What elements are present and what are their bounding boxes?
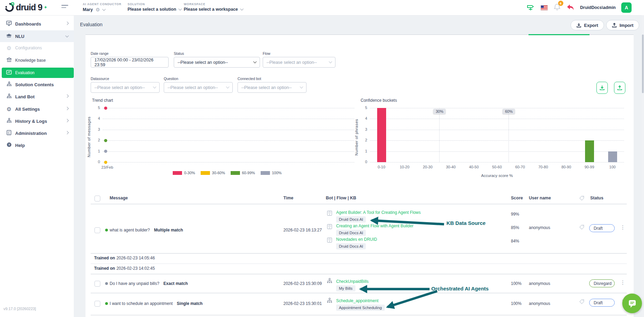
x-tick-label: 90-99 <box>578 165 601 169</box>
workspace-value: Please select a workspace <box>184 7 238 12</box>
buckets-x-axis-label: Accuracy score % <box>370 174 624 178</box>
agent-chip[interactable]: My Bills <box>336 285 355 291</box>
conductor-label: AI AGENT CONDUCTOR <box>83 2 121 6</box>
upload-results-button[interactable] <box>614 82 625 94</box>
upload-icon <box>612 23 617 28</box>
scrollbar-thumb[interactable] <box>642 34 644 93</box>
status-badge[interactable]: Draft <box>589 299 615 307</box>
column-header-score[interactable]: Score <box>511 196 523 200</box>
connected-bot-select[interactable]: --Please select an option-- <box>238 82 306 93</box>
kb-datasource-chip[interactable]: Druid Docs AI <box>336 216 366 222</box>
trend-data-point <box>104 150 107 153</box>
sitemap-icon <box>6 93 12 100</box>
current-user[interactable]: DruidDocs\admin <box>580 5 616 10</box>
druid-logo[interactable]: druid 9 ✦ <box>4 2 47 12</box>
conductor-selector[interactable]: AI AGENT CONDUCTOR Mary ⚙ <box>83 2 121 12</box>
row-menu-icon[interactable]: ⋮ <box>620 280 625 285</box>
kb-article-link[interactable]: Agent Builder: A Tool for Creating Agent… <box>336 210 421 215</box>
chat-widget-button[interactable] <box>622 294 642 313</box>
trend-chart: 543210 <box>103 108 354 162</box>
trend-data-point <box>104 107 107 110</box>
configurations-gear-icon: ⚙ <box>6 45 12 51</box>
column-header-user-name[interactable]: User name <box>529 196 551 200</box>
sidebar-item-solution-contents[interactable]: Solution Contents <box>0 79 74 90</box>
message-cell[interactable]: I want to schedule an appointmentSingle … <box>110 301 202 306</box>
row-checkbox[interactable] <box>94 301 100 307</box>
avatar[interactable]: A <box>621 2 632 13</box>
kb-datasource-chip[interactable]: Druid Docs AI <box>336 230 366 236</box>
message-cell[interactable]: Do I have any unpaid bills?Exact match <box>110 281 188 286</box>
sidebar-item-history-logs[interactable]: History & Logs <box>0 116 74 126</box>
evaluation-icon <box>6 70 12 76</box>
message-cell[interactable]: what is agent builder?Multiple match <box>110 228 183 232</box>
workspace-chevron-icon[interactable] <box>240 7 244 11</box>
download-results-button[interactable] <box>596 82 608 94</box>
solution-selector[interactable]: SOLUTION Please select a solution <box>128 2 181 12</box>
solution-chevron-icon[interactable] <box>179 7 182 11</box>
time-cell: 2026-02-23 15:30:01 <box>283 301 322 306</box>
kb-article-link[interactable]: Novedades en DRUID <box>336 237 377 242</box>
trend-x-tick: 23/Feb <box>101 165 113 169</box>
status-select[interactable]: --Please select an option-- <box>174 57 260 68</box>
chevron-down-icon <box>329 60 332 63</box>
back-arrow-icon[interactable] <box>566 4 575 11</box>
conductor-chevron-icon[interactable] <box>102 8 105 11</box>
flow-link[interactable]: Schedule_appointment <box>336 298 379 303</box>
status-badge[interactable]: Disregard <box>589 279 615 287</box>
column-header-bot-flow-kb[interactable]: Bot | Flow | KB <box>326 196 356 200</box>
y-tick-label: 2 <box>93 138 100 142</box>
sidebar-item-nlu[interactable]: NLU <box>0 30 74 42</box>
signpost-icon[interactable] <box>526 3 535 12</box>
row-menu-icon[interactable]: ⋮ <box>620 225 625 230</box>
kb-article-link[interactable]: Creating an Agent Flow with Agent Builde… <box>336 224 413 228</box>
row-checkbox[interactable] <box>94 281 100 287</box>
status-badge[interactable]: Draft <box>589 224 615 232</box>
chevron-right-icon <box>66 119 69 122</box>
bucket-column: 0-10 <box>370 108 393 162</box>
kb-datasource-chip[interactable]: Druid Docs AI <box>336 243 366 249</box>
match-type: Single match <box>177 301 203 306</box>
sidebar-item-administration[interactable]: Administration <box>0 128 74 138</box>
tag-icon[interactable] <box>579 225 584 230</box>
user-cell: anonymous <box>529 281 550 286</box>
column-header-time[interactable]: Time <box>283 196 293 200</box>
sidebar-item-all-settings[interactable]: ⚙ All Settings <box>0 104 74 114</box>
sidebar-item-help[interactable]: ? Help <box>0 140 74 150</box>
filter-date-range: Date range 17/02/2026 00:00 - 23/02/2026… <box>91 51 169 68</box>
conductor-gear-icon[interactable]: ⚙ <box>95 7 100 12</box>
x-tick-label: 50-60 <box>485 165 509 169</box>
sidebar-item-evaluation[interactable]: Evaluation <box>2 68 74 78</box>
export-button[interactable]: Export <box>571 20 604 30</box>
notifications-button[interactable]: 6 <box>553 3 561 12</box>
bucket-column: 40-50 <box>462 108 485 162</box>
flow-link[interactable]: CheckUnpaidBills <box>336 279 369 284</box>
chat-bubble-icon <box>627 299 637 308</box>
sidebar-item-dashboards[interactable]: Dashboards <box>0 19 74 29</box>
import-button[interactable]: Import <box>606 20 639 30</box>
legend-item: 0-30% <box>173 171 195 175</box>
bucket-column: 20-30 <box>416 108 439 162</box>
trend-chart-title: Trend chart <box>92 98 113 103</box>
question-select[interactable]: --Please select an option-- <box>164 82 233 93</box>
y-tick-label: 1 <box>93 149 100 153</box>
agent-chip[interactable]: Appointment Scheduling <box>336 305 385 311</box>
score-cell: 85% <box>511 225 519 230</box>
menu-toggle-icon[interactable] <box>61 5 68 9</box>
sidebar-item-configurations[interactable]: ⚙ Configurations <box>0 43 74 53</box>
vertical-scrollbar[interactable] <box>642 15 644 317</box>
flow-select[interactable]: --Please select an option-- <box>263 57 335 68</box>
tag-icon[interactable] <box>579 299 584 304</box>
sidebar-item-knowledge-base[interactable]: Knowledge base <box>0 55 74 66</box>
date-range-input[interactable]: 17/02/2026 00:00 - 23/02/2026 23:59 <box>91 57 169 68</box>
column-header-message[interactable]: Message <box>110 196 128 200</box>
sitemap-icon <box>6 81 12 88</box>
row-checkbox[interactable] <box>94 227 100 233</box>
select-all-checkbox[interactable] <box>94 196 100 201</box>
sidebar-item-land-bot[interactable]: Land Bot <box>0 91 74 102</box>
bucket-bar <box>585 140 594 162</box>
column-header-status[interactable]: Status <box>590 196 603 200</box>
workspace-selector[interactable]: WORKSPACE Please select a workspace <box>184 2 243 12</box>
score-cell: 100% <box>511 301 522 306</box>
datasource-select[interactable]: --Please select an option-- <box>91 82 160 93</box>
language-flag-icon[interactable] <box>541 5 548 10</box>
